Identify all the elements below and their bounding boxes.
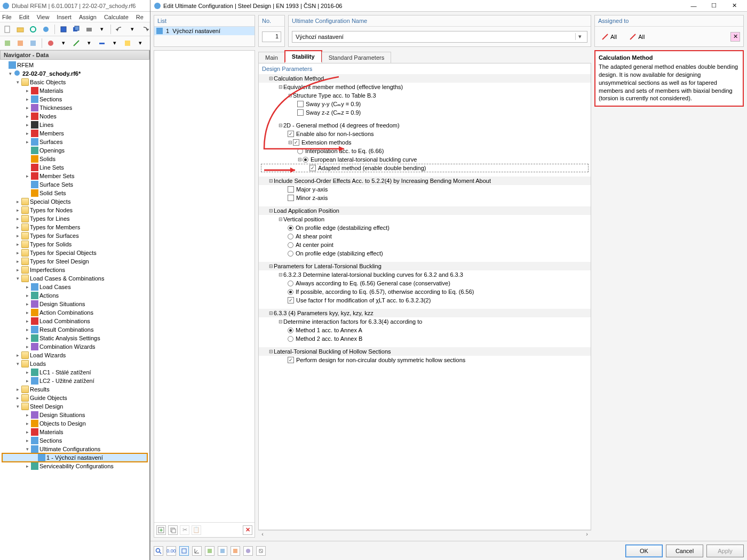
tool-icon[interactable] [231,546,240,556]
radio[interactable] [288,242,293,248]
radio[interactable] [288,289,293,295]
tool-icon[interactable] [122,38,133,49]
lcc-icon [31,300,38,308]
navigator-tree[interactable]: RFEM ▾22-02-07_schody.rf6* ▾Basic Object… [0,60,149,560]
radio[interactable] [288,336,293,342]
tool-icon[interactable] [97,38,107,49]
navigator-header: Navigator - Data [0,50,149,60]
list-item[interactable]: 1 Výchozí nastavení [154,27,255,35]
close-icon[interactable]: ✕ [725,1,744,11]
tab-main[interactable]: Main [258,52,285,63]
tool-icon[interactable]: ▾ [109,38,120,49]
svg-rect-31 [233,549,237,553]
maximize-icon[interactable]: ☐ [704,1,724,11]
tool-icon[interactable] [28,38,38,49]
tool-icon[interactable] [243,546,253,556]
menu-item[interactable]: Assign [79,14,97,20]
membersets-icon [31,172,38,180]
checkbox[interactable] [288,195,294,201]
tool-icon[interactable]: ▾ [135,38,146,49]
clear-assign-icon[interactable]: ✕ [730,32,740,42]
checkbox[interactable] [297,109,304,116]
axes-icon[interactable] [192,546,202,556]
scroll-left-icon[interactable]: ‹ [258,531,267,538]
scroll-right-icon[interactable]: › [583,531,591,538]
menu-item[interactable]: File [2,14,12,20]
print-icon[interactable] [84,24,94,35]
svg-rect-14 [125,41,130,46]
tool-icon[interactable] [218,546,227,556]
checkbox[interactable] [288,357,294,363]
cancel-button[interactable]: Cancel [666,545,703,557]
name-header: Ultimate Configuration Name [289,15,591,27]
tool-icon[interactable] [2,38,13,49]
menu-item[interactable]: View [37,14,50,20]
add-icon[interactable] [156,525,166,535]
units-icon[interactable]: 0.00 [166,546,176,556]
minimize-icon[interactable]: — [684,1,703,11]
lcc-icon [31,309,38,316]
undo-icon[interactable] [114,24,125,35]
delete-icon[interactable]: ✕ [243,525,252,535]
view-icon[interactable] [179,546,189,556]
menu-item[interactable]: Insert [57,14,71,20]
tool-icon[interactable] [45,38,56,49]
tab-standard[interactable]: Standard Parameters [322,52,392,63]
no-input[interactable]: 1 [262,31,281,42]
name-input[interactable]: Výchozí nastavení ▾ [292,31,587,43]
menu-item[interactable]: Re [136,14,144,20]
radio[interactable] [288,281,293,286]
menu-item[interactable]: Edit [19,14,29,20]
svg-point-21 [154,3,161,9]
checkbox[interactable] [293,139,299,146]
chevron-down-icon[interactable]: ▾ [575,33,584,40]
svg-rect-30 [220,549,225,553]
checkbox-adapted[interactable] [309,165,316,171]
radio[interactable] [288,225,293,231]
radio[interactable] [297,148,303,154]
gear-icon[interactable] [41,24,51,35]
thickness-icon [31,104,38,111]
checkbox[interactable] [288,186,294,193]
search-icon[interactable] [154,546,163,556]
ok-button[interactable]: OK [625,545,663,557]
radio[interactable] [288,234,293,239]
tool-icon[interactable] [71,38,82,49]
svg-rect-2 [17,28,23,32]
tree-item-selected[interactable]: 1 - Výchozí nastavení [2,453,147,462]
copy-icon[interactable] [168,525,178,535]
undo-dd-icon[interactable]: ▾ [127,24,138,35]
paste-icon[interactable]: 📋 [192,525,201,535]
refresh-icon[interactable] [28,24,38,35]
tool-icon[interactable] [15,38,26,49]
radio[interactable] [288,327,293,333]
checkbox[interactable] [288,297,294,303]
cut-icon[interactable]: ✂ [180,525,189,535]
lc-icon [31,377,38,385]
radio[interactable] [288,251,293,257]
svg-point-26 [156,548,160,552]
lcc-icon [31,343,38,350]
radio[interactable] [303,157,308,163]
saveall-icon[interactable] [71,24,82,35]
tool-icon[interactable] [205,546,214,556]
tool-icon[interactable]: ▾ [58,38,69,49]
open-icon[interactable] [15,24,26,35]
menu-item[interactable]: Calculate [104,14,129,20]
checkbox[interactable] [297,101,304,107]
h-scrollbar[interactable]: ‹ › [258,530,591,538]
apply-button[interactable]: Apply [706,545,744,557]
printer-icon[interactable]: ▾ [97,24,107,35]
save-icon[interactable] [58,24,69,35]
assigned-all-members[interactable]: All [598,32,621,42]
checkbox[interactable] [288,131,294,137]
new-icon[interactable] [2,24,13,35]
tool-icon[interactable]: ▾ [84,38,94,49]
tab-stability[interactable]: Stability [284,50,322,63]
redo-icon[interactable] [140,24,150,35]
parameters-panel[interactable]: Design Parameters ⊟Calculation Method ⊟E… [258,63,591,530]
steel-icon [31,428,38,436]
dialog-title: Edit Ultimate Configuration | Steel Desi… [163,3,684,9]
assigned-all-sets[interactable]: All [626,32,648,42]
tool-icon[interactable] [256,546,266,556]
